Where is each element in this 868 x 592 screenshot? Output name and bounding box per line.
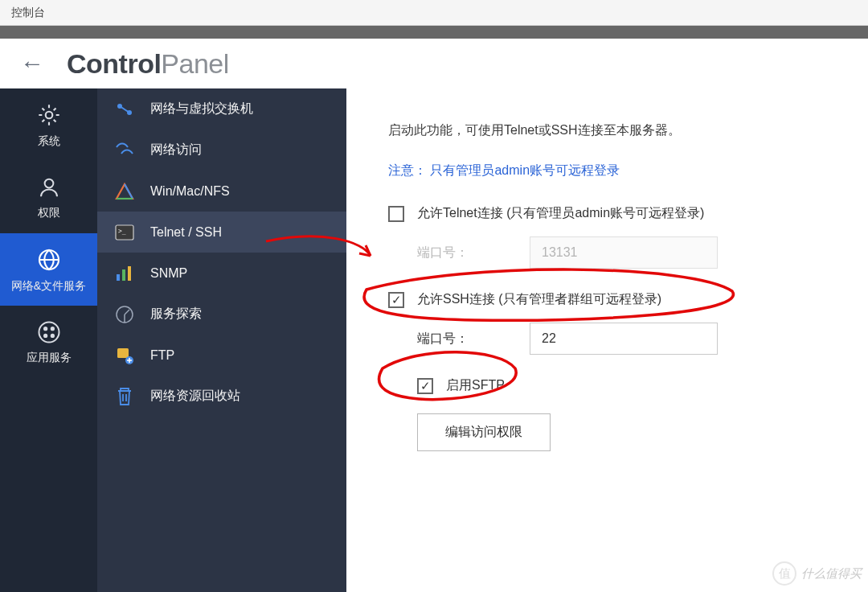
sidebar-item-network-file[interactable]: 网络&文件服务	[0, 233, 97, 306]
subnav-label: 网络访问	[150, 142, 202, 158]
svg-rect-12	[117, 274, 120, 281]
telnet-option-row: 允许Telnet连接 (只有管理员admin账号可远程登录)	[388, 205, 833, 222]
ssh-checkbox[interactable]	[388, 292, 404, 308]
sidebar-primary: 系统 权限 网络&文件服务	[0, 88, 97, 592]
telnet-label: 允许Telnet连接 (只有管理员admin账号可远程登录)	[417, 205, 704, 222]
subnav-label: Win/Mac/NFS	[150, 184, 230, 199]
title-bold: Control	[67, 48, 161, 79]
user-icon	[37, 175, 61, 199]
sidebar-item-app-service[interactable]: 应用服务	[0, 306, 97, 378]
sidebar-item-label: 权限	[33, 206, 65, 220]
sidebar-secondary: 网络与虚拟交换机 网络访问 Win/Mac/NFS >_ Telnet / SS…	[97, 88, 346, 592]
sidebar-item-label: 网络&文件服务	[6, 279, 91, 293]
svg-rect-13	[122, 269, 125, 281]
window-title: 控制台	[11, 6, 45, 20]
watermark-text: 什么值得买	[801, 566, 862, 582]
subnav-winmacnfs[interactable]: Win/Mac/NFS	[97, 171, 346, 212]
subnav-label: Telnet / SSH	[150, 225, 222, 240]
subnav-label: 网络与虚拟交换机	[150, 101, 253, 117]
svg-point-3	[39, 322, 59, 342]
window-titlebar: 控制台	[0, 0, 868, 26]
radar-icon	[113, 305, 136, 324]
content-pane: 启动此功能，可使用Telnet或SSH连接至本服务器。 注意： 只有管理员adm…	[346, 88, 868, 592]
subnav-network-vswitch[interactable]: 网络与虚拟交换机	[97, 88, 346, 130]
page-header: ← ControlPanel	[0, 39, 868, 88]
sftp-option-row: 启用SFTP	[417, 377, 833, 394]
svg-point-0	[45, 111, 52, 118]
ftp-icon	[113, 346, 136, 365]
svg-point-4	[44, 327, 47, 330]
edit-permissions-button[interactable]: 编辑访问权限	[417, 413, 551, 451]
subnav-label: 网络资源回收站	[150, 388, 240, 405]
telnet-checkbox[interactable]	[388, 206, 404, 222]
subnav-label: 服务探索	[150, 306, 202, 323]
sftp-label: 启用SFTP	[446, 377, 505, 394]
sidebar-item-permissions[interactable]: 权限	[0, 161, 97, 233]
subnav-service-discovery[interactable]: 服务探索	[97, 294, 346, 335]
subnav-label: FTP	[150, 348, 174, 363]
apps-icon	[37, 320, 61, 344]
page-title: ControlPanel	[67, 48, 229, 80]
subnav-ftp[interactable]: FTP	[97, 335, 346, 376]
chart-bars-icon	[113, 265, 136, 282]
back-arrow-icon[interactable]: ←	[20, 51, 44, 76]
button-row: 编辑访问权限	[417, 413, 833, 451]
gear-icon	[36, 102, 62, 128]
subnav-recycle-bin[interactable]: 网络资源回收站	[97, 376, 346, 417]
watermark-badge: 值	[772, 561, 796, 586]
subnav-network-access[interactable]: 网络访问	[97, 130, 346, 171]
ssh-port-row: 端口号：	[417, 323, 833, 355]
notice-text: 注意： 只有管理员admin账号可远程登录	[388, 162, 833, 179]
trash-icon	[113, 386, 136, 407]
intro-text: 启动此功能，可使用Telnet或SSH连接至本服务器。	[388, 121, 833, 140]
watermark: 值 什么值得买	[772, 561, 862, 586]
svg-text:>_: >_	[118, 228, 126, 235]
svg-point-6	[44, 334, 47, 336]
ssh-option-row: 允许SSH连接 (只有管理者群组可远程登录)	[388, 291, 833, 308]
ssh-port-input[interactable]	[530, 323, 718, 355]
body-area: 系统 权限 网络&文件服务	[0, 88, 868, 592]
ssh-label: 允许SSH连接 (只有管理者群组可远程登录)	[417, 291, 661, 308]
terminal-icon: >_	[113, 224, 136, 240]
sidebar-item-system[interactable]: 系统	[0, 88, 97, 161]
subnav-telnet-ssh[interactable]: >_ Telnet / SSH	[97, 212, 346, 253]
ssh-port-label: 端口号：	[417, 331, 530, 347]
telnet-port-row: 端口号：	[417, 236, 833, 269]
network-switch-icon	[113, 100, 136, 119]
telnet-port-label: 端口号：	[417, 245, 530, 261]
sidebar-item-label: 系统	[33, 134, 65, 148]
subnav-label: SNMP	[150, 266, 187, 281]
title-thin: Panel	[161, 48, 228, 79]
svg-point-5	[51, 327, 53, 330]
sftp-checkbox[interactable]	[417, 378, 433, 394]
triangle-icon	[113, 183, 136, 200]
subnav-snmp[interactable]: SNMP	[97, 253, 346, 294]
svg-rect-15	[117, 348, 129, 358]
svg-rect-14	[128, 266, 131, 281]
top-strip	[0, 26, 868, 39]
telnet-port-input[interactable]	[530, 236, 718, 269]
network-access-icon	[113, 142, 136, 158]
globe-icon	[36, 247, 62, 273]
sidebar-item-label: 应用服务	[22, 351, 76, 364]
svg-point-7	[51, 334, 53, 336]
svg-point-1	[44, 179, 53, 187]
